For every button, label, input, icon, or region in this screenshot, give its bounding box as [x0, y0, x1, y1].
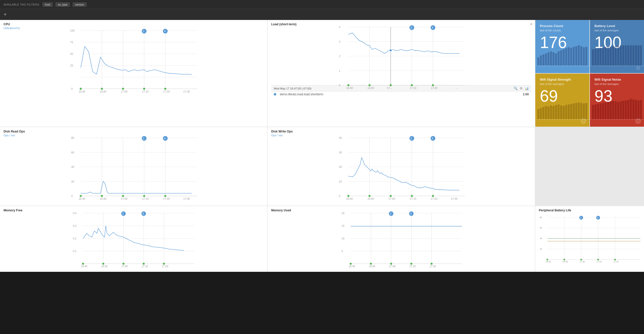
tooltip-metric-bar: demo.librato.load.load.shortterm 2.69 [271, 91, 531, 97]
load-y-2: 2 [339, 55, 340, 58]
wifi-strength-sublabel: last of the averages [540, 82, 585, 85]
cpu-x-1640: 16:40 [79, 90, 85, 93]
svg-text:2: 2 [143, 30, 144, 33]
load-y-4: 4 [339, 26, 340, 29]
svg-point-178 [614, 259, 616, 260]
mem-free-area: 0.4 0.3 0.2 0.1 2 4 16:40 1 [4, 213, 264, 264]
battery-level-panel: Battery Level last of the averages 100 [590, 20, 644, 73]
svg-point-148 [370, 263, 372, 265]
wifi-strength-smiley: ☹ [581, 118, 586, 125]
svg-text:20: 20 [71, 180, 74, 183]
svg-point-33 [347, 84, 349, 86]
svg-point-92 [347, 195, 349, 197]
svg-text:17:20: 17:20 [430, 265, 436, 268]
svg-text:10: 10 [342, 237, 345, 240]
svg-text:17:10: 17:10 [596, 260, 602, 263]
svg-point-150 [410, 263, 412, 265]
chart-toggle-icon[interactable]: 📊 [525, 86, 529, 90]
process-count-label: Process Count [540, 24, 585, 28]
svg-text:16:40: 16:40 [79, 197, 85, 200]
tag-version[interactable]: version [73, 2, 86, 7]
disk-read-chart-panel: Disk Read Ops Ops / sec 80 60 40 20 0 2 [0, 127, 267, 206]
cpu-chart-subtitle: Utilization(%) [4, 27, 264, 30]
load-chart-panel: Load (short-term) ≡ 4 3 2 1 0 [268, 20, 535, 127]
battery-level-label: Battery Level [594, 24, 639, 28]
svg-point-37 [432, 84, 434, 86]
disk-write-chart-panel: Disk Write Ops Ops / sec 40 30 20 10 0 [268, 127, 535, 206]
svg-point-177 [597, 259, 599, 260]
svg-text:16:50: 16:50 [101, 265, 108, 268]
load-y-3: 3 [339, 40, 340, 43]
svg-text:30: 30 [339, 151, 342, 154]
dashboard: CPU Utilization(%) 100 75 50 25 0 [0, 20, 644, 272]
mem-used-title: Memory Used [271, 209, 531, 212]
svg-point-151 [431, 263, 433, 265]
svg-point-147 [350, 263, 352, 265]
svg-point-35 [390, 84, 392, 86]
cpu-x-1710: 17:10 [142, 90, 149, 93]
tag-host[interactable]: host [42, 2, 53, 7]
svg-text:2: 2 [122, 212, 124, 215]
svg-text:4: 4 [164, 137, 166, 140]
svg-text:--: -- [455, 87, 457, 90]
wifi-strength-label: Wifi Signal Strength [540, 78, 585, 81]
mem-used-svg: 20 15 10 5 2 4 16:40 16:50 [271, 213, 531, 264]
svg-point-96 [432, 195, 434, 197]
svg-point-67 [164, 195, 166, 197]
settings-icon[interactable]: ⚙ [520, 86, 523, 90]
svg-text:16:50: 16:50 [369, 265, 375, 268]
top-bar: AVAILABLE TAG FILTERS: host os_type vers… [0, 0, 644, 9]
cpu-y-75: 75 [70, 41, 73, 44]
svg-text:2: 2 [143, 137, 144, 140]
svg-text:16:40: 16:40 [346, 87, 353, 90]
svg-text:15: 15 [342, 225, 345, 227]
svg-text:0.2: 0.2 [73, 237, 77, 240]
svg-point-17 [143, 88, 145, 90]
svg-text:17:10: 17:10 [409, 265, 416, 268]
svg-text:10: 10 [339, 180, 342, 183]
disk-read-subtitle: Ops / sec [4, 134, 264, 137]
svg-text:17:10: 17:10 [142, 197, 149, 200]
svg-text:17:10: 17:10 [410, 87, 416, 90]
battery-smiley: ☺ [635, 64, 641, 71]
svg-text:17:30: 17:30 [451, 197, 457, 200]
svg-point-120 [82, 263, 84, 265]
svg-text:40: 40 [71, 166, 74, 168]
svg-text:17:00: 17:00 [580, 260, 585, 263]
search-icon[interactable]: 🔍 [514, 86, 518, 90]
svg-text:17:00: 17:00 [122, 265, 128, 268]
svg-text:20: 20 [342, 212, 345, 215]
svg-point-149 [390, 263, 392, 265]
svg-text:0: 0 [339, 195, 340, 197]
svg-text:4: 4 [164, 30, 166, 33]
cpu-chart-title: CPU [4, 23, 264, 26]
stat-panels-container: Process Count last of the counts 176 [535, 20, 644, 127]
svg-text:17:20: 17:20 [163, 197, 170, 200]
cpu-chart-panel: CPU Utilization(%) 100 75 50 25 0 [0, 20, 267, 127]
tag-os-type[interactable]: os_type [55, 2, 70, 7]
mem-free-chart-panel: Memory Free 0.4 0.3 0.2 0.1 2 4 [0, 206, 267, 272]
add-button[interactable]: + [4, 12, 7, 17]
svg-text:17:--: 17:-- [387, 87, 392, 90]
svg-text:16:50: 16:50 [367, 87, 374, 90]
disk-read-title: Disk Read Ops [4, 130, 264, 133]
cpu-x-1720: 17:20 [163, 90, 170, 93]
svg-point-38 [389, 49, 392, 52]
cpu-x-1700: 17:00 [121, 90, 127, 93]
svg-text:60: 60 [71, 151, 74, 154]
tooltip-bar: Wed May 17 16:47:00 (-07:00) 🔍 ⚙ 📊 [271, 85, 531, 91]
svg-point-15 [101, 88, 103, 90]
svg-text:17:00: 17:00 [388, 197, 395, 200]
svg-point-176 [580, 259, 582, 260]
svg-text:2: 2 [410, 137, 412, 140]
svg-point-63 [80, 195, 82, 197]
svg-text:16:40: 16:40 [349, 265, 355, 268]
mem-used-chart-panel: Memory Used 20 15 10 5 2 4 [268, 206, 535, 272]
svg-text:0.3: 0.3 [73, 225, 77, 227]
load-chart-menu-icon[interactable]: ≡ [530, 22, 532, 26]
svg-text:0: 0 [71, 195, 73, 197]
cpu-x-1650: 16:50 [100, 90, 106, 93]
metric-dot [274, 93, 276, 96]
svg-text:17:10: 17:10 [410, 197, 416, 200]
wifi-strength-bars [535, 99, 589, 119]
